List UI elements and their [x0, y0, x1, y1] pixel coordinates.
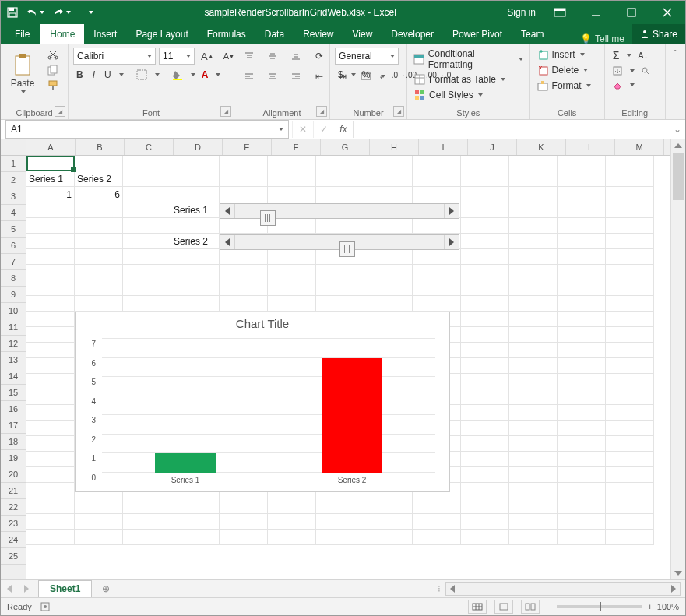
cell-A15[interactable] [26, 374, 75, 389]
cell-A16[interactable] [26, 389, 75, 405]
orientation-icon[interactable]: ⟳ [309, 48, 329, 65]
share-button[interactable]: Share [632, 24, 685, 44]
col-header-L[interactable]: L [566, 139, 615, 155]
zoom-level[interactable]: 100% [657, 602, 679, 611]
cell-M14[interactable] [606, 358, 654, 374]
cell-L20[interactable] [558, 452, 606, 467]
cell-L10[interactable] [558, 296, 606, 312]
cell-M2[interactable] [606, 171, 654, 187]
cell-F25[interactable] [268, 530, 316, 545]
cell-L4[interactable] [558, 202, 606, 218]
select-all-corner[interactable] [1, 139, 26, 156]
cell-G23[interactable] [316, 498, 364, 514]
cell-G1[interactable] [316, 156, 364, 171]
tab-formulas[interactable]: Formulas [198, 24, 255, 44]
cell-F9[interactable] [268, 280, 316, 296]
cell-M10[interactable] [606, 296, 654, 312]
scrollbar-thumb[interactable] [339, 241, 355, 257]
row-header-22[interactable]: 22 [1, 499, 26, 516]
cell-H7[interactable] [364, 249, 413, 265]
cell-K18[interactable] [509, 421, 558, 436]
cell-A22[interactable] [26, 483, 75, 498]
cell-M15[interactable] [606, 374, 654, 389]
cell-J15[interactable] [461, 374, 509, 389]
cell-L12[interactable] [558, 327, 606, 343]
cell-G2[interactable] [316, 171, 364, 187]
horizontal-scrollbar[interactable] [445, 582, 681, 596]
cell-E8[interactable] [220, 265, 268, 280]
cell-L1[interactable] [558, 156, 606, 171]
cell-M4[interactable] [606, 202, 654, 218]
align-bottom-icon[interactable] [286, 48, 306, 65]
cell-M1[interactable] [606, 156, 654, 171]
cell-I23[interactable] [413, 498, 461, 514]
cell-K12[interactable] [509, 327, 558, 343]
row-header-4[interactable]: 4 [1, 205, 26, 221]
col-header-D[interactable]: D [174, 139, 223, 155]
cell-K23[interactable] [509, 498, 558, 514]
formula-input[interactable] [353, 121, 670, 138]
cell-L14[interactable] [558, 358, 606, 374]
ribbon-options-icon[interactable] [542, 1, 578, 24]
row-header-20[interactable]: 20 [1, 466, 26, 483]
find-select-icon[interactable] [638, 65, 653, 77]
cell-I1[interactable] [413, 156, 461, 171]
tab-file[interactable]: File [4, 24, 40, 44]
redo-icon[interactable] [52, 7, 71, 18]
cell-A3[interactable]: 1 [26, 187, 75, 202]
row-header-17[interactable]: 17 [1, 417, 26, 434]
cell-H8[interactable] [364, 265, 413, 280]
font-name-select[interactable]: Calibri [73, 48, 156, 65]
copy-icon[interactable] [44, 63, 62, 77]
collapse-ribbon-icon[interactable]: ˆ [666, 44, 685, 119]
cell-K17[interactable] [509, 405, 558, 421]
cell-B6[interactable] [75, 234, 123, 249]
cell-A17[interactable] [26, 405, 75, 421]
cell-K5[interactable] [509, 218, 558, 234]
cell-K7[interactable] [509, 249, 558, 265]
cell-J18[interactable] [461, 421, 509, 436]
cell-B4[interactable] [75, 202, 123, 218]
cell-K4[interactable] [509, 202, 558, 218]
maximize-button[interactable] [614, 1, 649, 24]
cell-F7[interactable] [268, 249, 316, 265]
cell-J22[interactable] [461, 483, 509, 498]
hscroll-left-icon[interactable] [446, 583, 459, 595]
cell-L22[interactable] [558, 483, 606, 498]
cell-K6[interactable] [509, 234, 558, 249]
cell-G8[interactable] [316, 265, 364, 280]
clear-icon[interactable] [610, 79, 625, 91]
conditional-formatting-button[interactable]: Conditional Formatting [412, 48, 525, 71]
cell-J2[interactable] [461, 171, 509, 187]
col-header-M[interactable]: M [615, 139, 664, 155]
italic-button[interactable]: I [90, 68, 98, 82]
col-header-B[interactable]: B [76, 139, 125, 155]
cell-K1[interactable] [509, 156, 558, 171]
cell-I8[interactable] [413, 265, 461, 280]
cell-L25[interactable] [558, 530, 606, 545]
cell-A20[interactable] [26, 452, 75, 467]
cell-C4[interactable] [123, 202, 171, 218]
name-box[interactable]: A1 [5, 120, 289, 139]
cell-M21[interactable] [606, 467, 654, 483]
save-icon[interactable] [7, 7, 18, 18]
cell-J17[interactable] [461, 405, 509, 421]
cell-K11[interactable] [509, 312, 558, 327]
cell-M8[interactable] [606, 265, 654, 280]
cell-J21[interactable] [461, 467, 509, 483]
undo-icon[interactable] [26, 7, 44, 18]
cell-K13[interactable] [509, 343, 558, 358]
row-header-8[interactable]: 8 [1, 270, 26, 287]
cell-A14[interactable] [26, 358, 75, 374]
cell-L23[interactable] [558, 498, 606, 514]
autosum-icon[interactable]: Σ [610, 48, 623, 63]
row-header-18[interactable]: 18 [1, 434, 26, 450]
cell-styles-button[interactable]: Cell Styles [412, 88, 484, 102]
font-color-icon[interactable]: A [199, 68, 212, 82]
cell-A13[interactable] [26, 343, 75, 358]
col-header-J[interactable]: J [468, 139, 517, 155]
cell-A7[interactable] [26, 249, 75, 265]
row-header-9[interactable]: 9 [1, 287, 26, 303]
cell-J4[interactable] [461, 202, 509, 218]
minimize-button[interactable] [578, 1, 614, 24]
